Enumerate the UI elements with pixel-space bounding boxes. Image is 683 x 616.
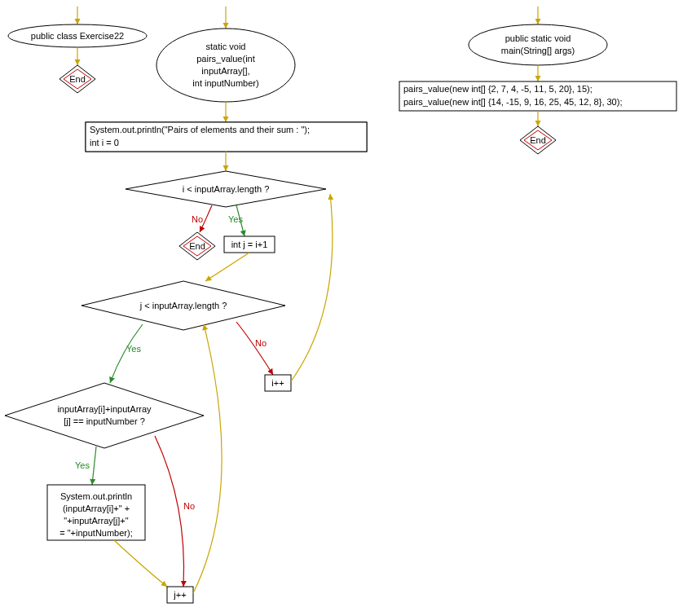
stmt3-to-jpp-arrow: [114, 540, 167, 587]
stmt3-l3: "+inputArray[j]+": [64, 516, 128, 526]
end-text-class: End: [69, 74, 86, 84]
end-main-text: End: [530, 135, 546, 145]
end-node-method: End: [179, 232, 215, 260]
stmt2-text: int j = i+1: [231, 240, 268, 249]
main-body-l2: pairs_value(new int[] {14, -15, 9, 16, 2…: [403, 97, 622, 107]
cond3-yes-label: Yes: [75, 460, 90, 470]
cond1-no-label: No: [192, 214, 203, 224]
method-l4: int inputNumber): [192, 78, 258, 88]
cond2-no-label: No: [255, 338, 267, 348]
main-l1: public static void: [505, 33, 571, 43]
jpp-back-arrow: [193, 324, 222, 593]
method-l2: pairs_value(int: [196, 54, 255, 64]
cond3-no-label: No: [183, 501, 195, 511]
cond1-yes-label: Yes: [228, 214, 243, 224]
end-node-main: End: [520, 126, 556, 154]
main-l2: main(String[] args): [501, 46, 575, 55]
stmt3-l4: = "+inputNumber);: [59, 528, 133, 538]
ipp-text: i++: [271, 378, 284, 388]
class-text: public class Exercise22: [31, 31, 124, 41]
cond3-no-arrow: [155, 436, 184, 587]
cond3-yes-arrow: [92, 447, 96, 485]
cond2-text: j < inputArray.length ?: [139, 301, 227, 310]
end2-text: End: [189, 241, 205, 251]
method-l3: inputArray[],: [201, 66, 249, 76]
method-l1: static void: [206, 42, 246, 51]
stmt2-to-cond2-arrow: [205, 253, 249, 281]
stmt3-l1: System.out.println: [60, 491, 132, 501]
cond1-text: i < inputArray.length ?: [183, 184, 270, 194]
end-node-class: End: [59, 65, 95, 93]
cond2-no-arrow: [236, 322, 273, 375]
jpp-text: j++: [173, 590, 186, 600]
stmt1-text-l2: int i = 0: [90, 138, 119, 147]
main-body-l1: pairs_value(new int[] {2, 7, 4, -5, 11, …: [403, 84, 593, 94]
cond3-l2: [j] == inputNumber ?: [64, 416, 145, 426]
cond2-yes-label: Yes: [126, 344, 141, 354]
ipp-back-arrow: [291, 194, 333, 381]
cond2-yes-arrow: [110, 324, 143, 383]
cond3-l1: inputArray[i]+inputArray: [57, 404, 152, 414]
stmt3-l2: (inputArray[i]+" +: [63, 504, 130, 513]
stmt1-text-l1: System.out.println("Pairs of elements an…: [90, 125, 310, 134]
